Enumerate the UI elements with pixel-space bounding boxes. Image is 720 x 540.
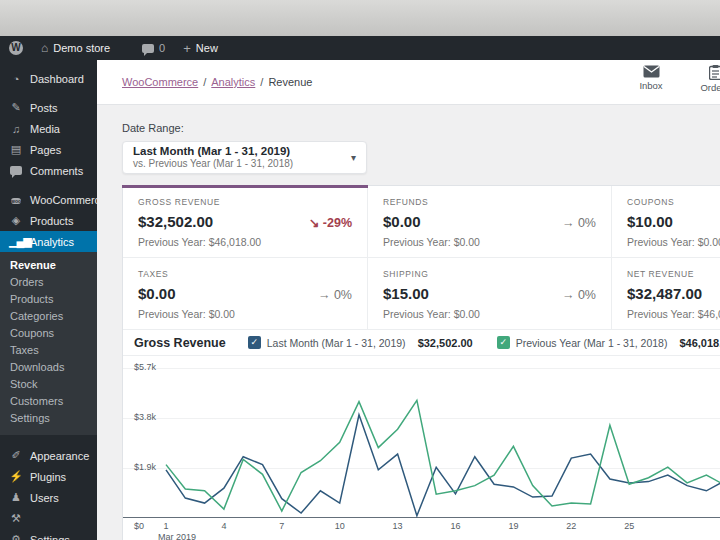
plugins-icon: ⚡ xyxy=(9,470,23,483)
wp-admin-bar: W ⌂ Demo store 0 + New xyxy=(0,36,720,60)
date-range-dropdown[interactable]: Last Month (Mar 1 - 31, 2019) vs. Previo… xyxy=(122,141,367,174)
legend-total: $46,018.00 xyxy=(679,337,720,349)
dashboard-icon: ◔ xyxy=(9,73,23,85)
breadcrumb-analytics-link[interactable]: Analytics xyxy=(211,76,255,88)
sidebar-item-label: Users xyxy=(30,492,59,504)
sidebar-item-label: Products xyxy=(30,215,73,227)
home-icon: ⌂ xyxy=(41,41,48,55)
inbox-label: Inbox xyxy=(639,80,662,91)
submenu-item-settings[interactable]: Settings xyxy=(0,410,97,427)
comments-icon xyxy=(9,165,23,177)
trend-flat-icon: → xyxy=(562,288,575,302)
tile-shipping[interactable]: SHIPPING $15.00 → 0% Previous Year: $0.0… xyxy=(368,258,612,330)
sidebar-item-label: Dashboard xyxy=(30,73,84,85)
sidebar-item-tools[interactable]: ⚒ xyxy=(0,508,97,529)
x-axis-tick: 7 xyxy=(279,521,284,531)
sidebar-item-media[interactable]: ♫ Media xyxy=(0,118,97,139)
tile-previous: Previous Year: $0.00 xyxy=(383,308,596,320)
x-axis-tick: 13 xyxy=(393,521,403,531)
tile-refunds[interactable]: REFUNDS $0.00 → 0% Previous Year: $0.00 xyxy=(368,186,612,258)
comment-bubble-icon xyxy=(142,44,154,53)
submenu-item-products[interactable]: Products xyxy=(0,291,97,308)
legend-total: $32,502.00 xyxy=(418,337,473,349)
tile-delta: ↘ -29% xyxy=(309,215,352,230)
sidebar-item-plugins[interactable]: ⚡ Plugins xyxy=(0,466,97,487)
trend-down-icon: ↘ xyxy=(309,216,319,230)
sidebar-item-label: Settings xyxy=(30,534,70,540)
sidebar-item-label: Appearance xyxy=(30,450,89,462)
checkbox-checked-icon[interactable]: ✓ xyxy=(248,336,261,349)
sidebar-item-products[interactable]: ◈ Products xyxy=(0,210,97,231)
sidebar-item-users[interactable]: ♟ Users xyxy=(0,487,97,508)
tile-label: GROSS REVENUE xyxy=(138,197,352,207)
tile-delta: → 0% xyxy=(562,288,596,302)
sidebar-item-comments[interactable]: Comments xyxy=(0,160,97,181)
tile-value: $10.00 xyxy=(627,213,673,230)
analytics-icon: ▁▄▆ xyxy=(9,235,23,248)
x-axis-tick: 10 xyxy=(335,521,345,531)
tile-taxes[interactable]: TAXES $0.00 → 0% Previous Year: $0.00 xyxy=(123,258,368,330)
tile-previous: Previous Year: $46,018.00 xyxy=(627,308,720,320)
tile-value: $0.00 xyxy=(383,213,421,230)
submenu-item-orders[interactable]: Orders xyxy=(0,274,97,291)
page-header: WooCommerce / Analytics / Revenue Inbox xyxy=(97,60,720,105)
submenu-item-customers[interactable]: Customers xyxy=(0,393,97,410)
sidebar-item-analytics[interactable]: ▁▄▆ Analytics xyxy=(0,231,97,252)
breadcrumb: WooCommerce / Analytics / Revenue xyxy=(122,76,312,88)
tile-delta: → 0% xyxy=(318,288,352,302)
checkbox-checked-icon[interactable]: ✓ xyxy=(497,336,510,349)
tile-coupons[interactable]: COUPONS $10.00 Previous Year: $0.00 xyxy=(612,186,720,258)
new-label: New xyxy=(196,42,218,54)
inbox-button[interactable]: Inbox xyxy=(630,65,672,93)
sidebar-item-dashboard[interactable]: ◔ Dashboard xyxy=(0,68,97,89)
chart-series-lines xyxy=(123,356,720,540)
envelope-icon xyxy=(643,65,660,78)
woocommerce-icon: woo xyxy=(9,193,23,206)
sidebar-item-pages[interactable]: ▤ Pages xyxy=(0,139,97,160)
chart-header: Gross Revenue ✓ Last Month (Mar 1 - 31, … xyxy=(123,330,720,356)
tile-delta-value: 0% xyxy=(578,216,596,230)
submenu-item-taxes[interactable]: Taxes xyxy=(0,342,97,359)
submenu-item-coupons[interactable]: Coupons xyxy=(0,325,97,342)
chart-title: Gross Revenue xyxy=(134,336,226,350)
screen: W ⌂ Demo store 0 + New ◔ Dashboard ✎ Pos… xyxy=(0,0,720,540)
legend-previous-year[interactable]: ✓ Previous Year (Mar 1 - 31, 2018) $46,0… xyxy=(497,336,720,349)
tile-previous: Previous Year: $0.00 xyxy=(383,236,596,248)
sidebar-item-label: Pages xyxy=(30,144,61,156)
tile-previous: Previous Year: $46,018.00 xyxy=(138,236,352,248)
x-axis-tick: 4 xyxy=(221,521,226,531)
submenu-item-stock[interactable]: Stock xyxy=(0,376,97,393)
tile-value: $32,502.00 xyxy=(138,213,213,230)
sidebar-item-appearance[interactable]: ✐ Appearance xyxy=(0,445,97,466)
site-name-link[interactable]: ⌂ Demo store xyxy=(32,36,119,60)
analytics-submenu: Revenue Orders Products Categories Coupo… xyxy=(0,252,97,435)
legend-last-month[interactable]: ✓ Last Month (Mar 1 - 31, 2019) $32,502.… xyxy=(248,336,473,349)
submenu-item-revenue[interactable]: Revenue xyxy=(0,257,97,274)
tile-gross-revenue[interactable]: GROSS REVENUE $32,502.00 ↘ -29% Previous… xyxy=(123,186,368,258)
tile-label: NET REVENUE xyxy=(627,269,720,279)
tile-previous: Previous Year: $0.00 xyxy=(627,236,720,248)
new-content-menu[interactable]: + New xyxy=(174,36,227,60)
sidebar-item-label: WooCommerce xyxy=(30,194,106,206)
wp-logo-menu[interactable]: W xyxy=(0,36,32,60)
series-line-0 xyxy=(166,415,720,516)
submenu-item-downloads[interactable]: Downloads xyxy=(0,359,97,376)
date-range-label: Date Range: xyxy=(122,105,720,134)
products-icon: ◈ xyxy=(9,214,23,227)
comment-count: 0 xyxy=(159,42,165,54)
sidebar-item-settings[interactable]: ⚙ Settings xyxy=(0,529,97,540)
submenu-item-categories[interactable]: Categories xyxy=(0,308,97,325)
sidebar-item-posts[interactable]: ✎ Posts xyxy=(0,97,97,118)
tile-value: $15.00 xyxy=(383,285,429,302)
line-chart[interactable]: $5.7k $3.8k $1.9k $0 Mar 2019 1471013161… xyxy=(123,356,720,540)
orders-button[interactable]: Orders xyxy=(694,65,720,93)
tile-label: COUPONS xyxy=(627,197,720,207)
tile-net-revenue[interactable]: NET REVENUE $32,487.00 Previous Year: $4… xyxy=(612,258,720,330)
comments-admin-link[interactable]: 0 xyxy=(133,36,174,60)
sidebar-item-woocommerce[interactable]: woo WooCommerce xyxy=(0,189,97,210)
x-axis-month-label: Mar 2019 xyxy=(158,532,196,540)
breadcrumb-woocommerce-link[interactable]: WooCommerce xyxy=(122,76,198,88)
date-range-value: Last Month (Mar 1 - 31, 2019) vs. Previo… xyxy=(133,144,351,171)
sidebar-item-label: Comments xyxy=(30,165,83,177)
sidebar-item-label: Analytics xyxy=(30,236,74,248)
